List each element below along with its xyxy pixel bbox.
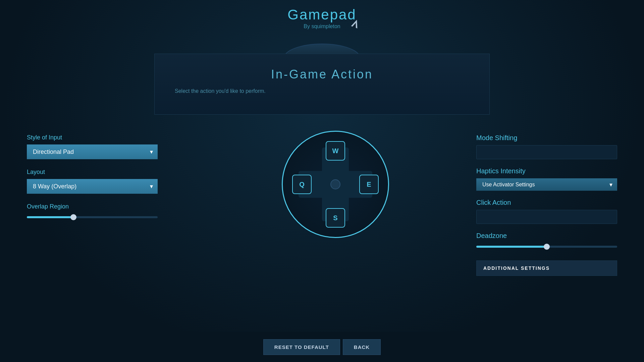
left-panel: Style of Input Directional Pad Face Butt… — [27, 127, 195, 220]
overlap-region-label: Overlap Region — [27, 203, 195, 210]
center-panel: W Q E S — [195, 127, 476, 238]
style-of-input-label: Style of Input — [27, 134, 195, 141]
layout-dropdown-wrapper[interactable]: 4 Way (No Overlap) 8 Way (Overlap) Custo… — [27, 179, 158, 194]
app-subtitle: By squimpleton — [0, 23, 644, 29]
deadzone-label: Deadzone — [476, 232, 617, 240]
overlap-slider[interactable] — [27, 216, 158, 218]
haptics-dropdown-wrapper[interactable]: Use Activator Settings Off Low Medium Hi… — [476, 178, 617, 191]
deadzone-slider[interactable] — [476, 246, 617, 248]
reset-to-default-button[interactable]: RESET TO DEFAULT — [263, 339, 340, 355]
main-content: Style of Input Directional Pad Face Butt… — [0, 127, 644, 362]
haptics-label: Haptics Intensity — [476, 167, 617, 175]
dpad-center-dot — [330, 179, 340, 189]
haptics-dropdown[interactable]: Use Activator Settings Off Low Medium Hi… — [476, 178, 617, 191]
overlap-slider-container — [27, 214, 158, 220]
dpad-circle: W Q E S — [282, 131, 389, 238]
app-title: Gamepad — [0, 7, 644, 23]
layout-label: Layout — [27, 169, 195, 176]
click-action-field[interactable] — [476, 210, 617, 224]
modal-subtitle: Select the action you'd like to perform. — [175, 88, 469, 94]
style-dropdown-container: Directional Pad Face Buttons Joystick — [27, 144, 195, 159]
modal-title: In-Game Action — [175, 67, 469, 81]
style-dropdown-wrapper[interactable]: Directional Pad Face Buttons Joystick — [27, 144, 158, 159]
layout-dropdown[interactable]: 4 Way (No Overlap) 8 Way (Overlap) Custo… — [27, 179, 158, 194]
deadzone-section: Deadzone — [476, 232, 617, 249]
back-button[interactable]: BACK — [343, 339, 381, 355]
click-action-label: Click Action — [476, 199, 617, 206]
app-header: Gamepad By squimpleton — [0, 0, 644, 29]
modal-panel: In-Game Action Select the action you'd l… — [154, 54, 490, 115]
dpad-center — [322, 171, 349, 198]
bottom-bar: RESET TO DEFAULT BACK — [0, 332, 644, 362]
mode-shifting-field[interactable] — [476, 145, 617, 159]
dpad-up-key[interactable]: W — [326, 141, 345, 161]
deadzone-slider-container — [476, 243, 617, 249]
additional-settings-button[interactable]: ADDITIONAL SETTINGS — [476, 260, 617, 276]
dpad-down-key[interactable]: S — [326, 208, 345, 228]
style-of-input-dropdown[interactable]: Directional Pad Face Buttons Joystick — [27, 144, 158, 159]
dpad-right-key[interactable]: E — [359, 175, 379, 194]
right-panel: Mode Shifting Haptics Intensity Use Acti… — [476, 127, 617, 276]
layout-dropdown-container: 4 Way (No Overlap) 8 Way (Overlap) Custo… — [27, 179, 195, 194]
mode-shifting-label: Mode Shifting — [476, 134, 617, 142]
dpad-left-key[interactable]: Q — [292, 175, 312, 194]
click-action-section: Click Action — [476, 199, 617, 224]
mode-shifting-section: Mode Shifting — [476, 134, 617, 159]
haptics-section: Haptics Intensity Use Activator Settings… — [476, 167, 617, 191]
